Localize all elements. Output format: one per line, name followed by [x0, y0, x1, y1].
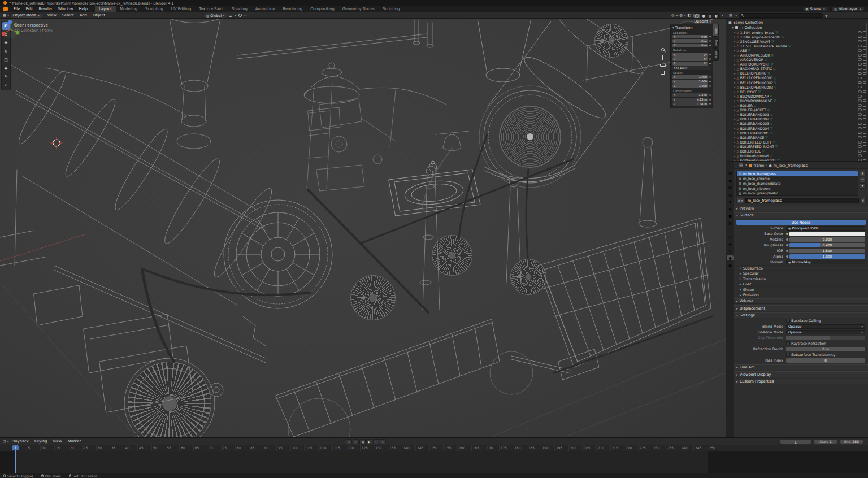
disclosure-icon[interactable]: ▸	[734, 154, 736, 158]
menu-item[interactable]: File	[11, 6, 23, 12]
disclosure-icon[interactable]: ▸	[734, 145, 736, 148]
hide-viewport-icon[interactable]	[858, 145, 862, 148]
hide-viewport-icon[interactable]	[858, 45, 862, 47]
outliner-row[interactable]: ▸ △ 11.5TE_smokestack_saddle ▽	[726, 44, 868, 48]
lock-icon[interactable]	[709, 94, 711, 96]
scale-field[interactable]: Z1.000	[672, 84, 708, 88]
hide-viewport-icon[interactable]	[858, 40, 862, 43]
panel-collapse-icon[interactable]: ▾	[672, 26, 674, 29]
pan-icon[interactable]	[661, 55, 665, 60]
material-slot[interactable]: ◍ m_loco_greenplastic	[737, 190, 858, 195]
lock-icon[interactable]	[709, 54, 711, 55]
disclosure-icon[interactable]: ▸	[734, 149, 736, 153]
hide-viewport-icon[interactable]	[858, 54, 862, 57]
outliner-row[interactable]: ▸ △ bolthead-pinned ▽	[726, 154, 868, 158]
subsurface-translucency-checkbox[interactable]	[786, 353, 790, 357]
disclosure-icon[interactable]: ▸	[734, 49, 736, 52]
properties-tab[interactable]: ◆	[727, 199, 734, 204]
properties-tab[interactable]: ●	[727, 255, 734, 260]
alpha-slider[interactable]: 1.000	[789, 254, 865, 259]
workspace-tab[interactable]: Geometry Nodes	[338, 6, 379, 12]
hide-viewport-icon[interactable]	[858, 49, 862, 52]
outliner-row[interactable]: ▸ △ 23NGLOBE.VALVE ▽	[726, 39, 868, 44]
navigation-gizmo[interactable]	[0, 19, 20, 39]
outliner-row[interactable]: ▸ △ AIRGOVENOR ▽	[726, 58, 868, 62]
subpanel-header[interactable]: ▸ Transmission	[734, 276, 868, 281]
show-gizmo-icon[interactable]: ◎	[671, 13, 675, 18]
lock-icon[interactable]	[709, 76, 711, 78]
jump-to-start-button[interactable]: «	[346, 439, 352, 444]
lock-icon[interactable]	[709, 63, 711, 64]
rotation-field[interactable]: Z0°	[672, 62, 708, 66]
snap-options-chevron[interactable]: ▾	[235, 14, 236, 17]
workspace-tab[interactable]: Shading	[228, 6, 251, 12]
scale-field[interactable]: X1.000	[672, 75, 708, 79]
properties-tab[interactable]: ▦	[727, 263, 734, 268]
disable-render-icon[interactable]	[863, 114, 866, 116]
outliner-row[interactable]: ▸ △ BELLYOKE ▽	[726, 89, 868, 94]
disable-render-icon[interactable]	[863, 90, 866, 93]
add-material-slot-button[interactable]: +	[860, 171, 866, 176]
timeline-menu-item[interactable]: Marker	[65, 438, 84, 445]
hide-viewport-icon[interactable]	[858, 31, 862, 34]
disclosure-icon[interactable]: ▸	[734, 118, 736, 121]
properties-tab[interactable]: ▥	[727, 192, 734, 197]
node-socket-icon[interactable]	[786, 244, 788, 246]
mode-selector[interactable]: Object Mode ▾	[10, 13, 42, 18]
hide-viewport-icon[interactable]	[858, 36, 862, 38]
location-field[interactable]: Y0 m	[672, 39, 708, 43]
end-frame-field[interactable]: End250	[840, 439, 863, 444]
disclosure-icon[interactable]: ▸	[734, 131, 736, 134]
lock-icon[interactable]	[709, 81, 711, 82]
hide-viewport-icon[interactable]	[858, 58, 862, 61]
normal-input-field[interactable]: ● NormalMap	[786, 260, 865, 264]
properties-tab[interactable]: ▣	[727, 178, 734, 183]
surface-shader-selector[interactable]: ● Principled BSDF	[786, 226, 865, 231]
metallic-slider[interactable]: 0.000	[789, 237, 865, 242]
outliner-search-input[interactable]	[739, 13, 823, 18]
snap-magnet-icon[interactable]	[229, 14, 232, 17]
shadow-mode-dropdown[interactable]: Opaque ▾	[786, 330, 865, 334]
hide-viewport-icon[interactable]	[858, 95, 862, 98]
refraction-depth-field[interactable]: 0 m	[786, 347, 865, 351]
properties-tab[interactable]: ∴	[727, 227, 734, 232]
tool-button[interactable]: ↻	[2, 47, 10, 55]
settings-panel-header[interactable]: ▾ Settings	[734, 312, 868, 318]
properties-tab[interactable]: ▽	[727, 249, 734, 254]
hide-viewport-icon[interactable]	[858, 127, 862, 130]
lock-icon[interactable]	[709, 103, 711, 105]
material-name-field[interactable]: m_loco_frameglass	[745, 198, 859, 203]
disclosure-icon[interactable]: ▸	[734, 140, 736, 144]
subpanel-header[interactable]: ▸ Coat	[734, 281, 868, 286]
subpanel-header[interactable]: ▸ Subsurface	[734, 265, 868, 271]
breadcrumb-material[interactable]: m_loco_frameglass	[774, 163, 808, 167]
lock-icon[interactable]	[709, 40, 711, 42]
outliner-row[interactable]: ▸ △ BLOWDOWNVALVE ▽	[726, 98, 868, 103]
hide-viewport-icon[interactable]	[858, 113, 862, 116]
tool-button[interactable]: ◱	[2, 56, 10, 64]
disable-render-icon[interactable]	[863, 81, 866, 84]
lock-icon[interactable]	[709, 58, 711, 60]
backface-culling-checkbox[interactable]	[786, 319, 790, 323]
panel-header[interactable]: ▸ Volume	[734, 298, 868, 305]
hide-viewport-icon[interactable]	[858, 141, 862, 144]
properties-tab[interactable]: ◎	[727, 234, 734, 240]
timeline-menu-item[interactable]: Playback	[8, 438, 31, 445]
outliner-row[interactable]: ▸ △ BOILERFEED_LEFT ▽	[726, 140, 868, 144]
workspace-tab[interactable]: Layout	[95, 6, 116, 12]
outliner-row[interactable]: ▸ △ BOILERFLUE ▽	[726, 149, 868, 153]
unlink-material-button[interactable]: ×	[860, 198, 866, 203]
shading-mode-button[interactable]: ◐	[713, 14, 719, 18]
disclosure-icon[interactable]: ▸	[734, 108, 736, 112]
workspace-tab[interactable]: Scripting	[379, 6, 403, 12]
timeline-menu-item[interactable]: Keying	[32, 438, 50, 445]
outliner-row[interactable]: ▸ △ BOILERBAND001 ▽	[726, 112, 868, 117]
location-field[interactable]: X0 m	[672, 35, 708, 39]
timeline-track-area[interactable]: 0510152025303540455055606570758085909510…	[0, 445, 868, 473]
outliner-row[interactable]: ▸ △ BOILERBAND004 ▽	[726, 126, 868, 131]
hide-viewport-icon[interactable]	[858, 104, 862, 107]
filter-icon[interactable]: ▼	[825, 14, 830, 18]
shading-options-chevron[interactable]: ▾	[722, 14, 723, 17]
disable-render-icon[interactable]	[863, 105, 866, 107]
disable-render-icon[interactable]	[863, 86, 866, 88]
